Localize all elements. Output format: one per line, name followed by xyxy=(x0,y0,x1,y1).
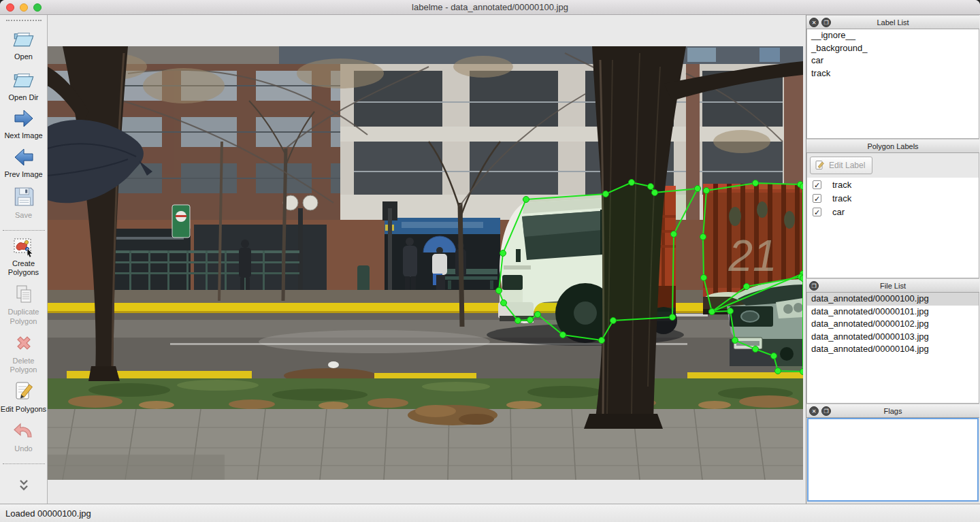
file-list-item[interactable]: data_annotated/00000104.jpg xyxy=(807,343,979,356)
annotation-vertex[interactable] xyxy=(728,308,734,314)
close-panel-icon[interactable]: ✕ xyxy=(809,18,819,27)
annotation-vertex[interactable] xyxy=(800,369,804,375)
polygon-label-text: track xyxy=(832,193,851,203)
delete-polygon-button[interactable]: Delete Polygon xyxy=(0,331,48,374)
annotation-vertex[interactable] xyxy=(603,191,609,197)
polygon-labels-list[interactable]: ✓ track ✓ track ✓ car xyxy=(806,178,979,278)
toolbar-item-label: Open Dir xyxy=(1,93,47,102)
float-panel-icon[interactable]: ❐ xyxy=(821,18,831,27)
label-list[interactable]: __ignore__ _background_ car track xyxy=(806,29,979,139)
annotation-vertex[interactable] xyxy=(496,288,502,294)
float-panel-icon[interactable]: ❐ xyxy=(821,406,831,416)
status-bar: Loaded 00000100.jpg xyxy=(0,504,980,522)
annotation-vertex[interactable] xyxy=(800,276,804,282)
label-list-item[interactable]: car xyxy=(807,54,979,67)
edit-label-button[interactable]: Edit Label xyxy=(810,157,872,174)
save-button[interactable]: Save xyxy=(0,184,48,220)
annotation-vertex[interactable] xyxy=(652,190,658,196)
annotation-vertex[interactable] xyxy=(800,184,804,190)
file-list-item[interactable]: data_annotated/00000100.jpg xyxy=(807,293,979,306)
annotation-vertex[interactable] xyxy=(501,300,507,306)
annotation-vertex[interactable] xyxy=(515,318,521,324)
annotation-vertex[interactable] xyxy=(753,346,759,353)
checkbox[interactable]: ✓ xyxy=(813,180,821,189)
annotation-vertex[interactable] xyxy=(709,309,715,315)
open-dir-button[interactable]: Open Dir xyxy=(0,66,48,102)
annotation-vertex[interactable] xyxy=(648,184,654,190)
annotated-photo[interactable]: 21 xyxy=(48,46,803,480)
panel-title: Label List xyxy=(877,18,909,27)
label-list-header: ✕ ❐ Label List xyxy=(806,15,979,29)
chevron-double-down-icon xyxy=(16,479,32,493)
polygon-labels-header: Polygon Labels xyxy=(806,139,979,153)
flags-list[interactable] xyxy=(807,418,979,502)
polygon-label-row[interactable]: ✓ track xyxy=(807,178,979,191)
red-x-icon xyxy=(12,331,36,355)
annotation-vertex[interactable] xyxy=(775,368,781,374)
annotation-vertex[interactable] xyxy=(753,180,759,186)
annotation-vertex[interactable] xyxy=(523,197,529,203)
annotation-canvas[interactable]: 21 xyxy=(48,15,806,504)
toolbar-item-label: Duplicate Polygon xyxy=(1,308,47,325)
toolbar-separator xyxy=(3,230,45,231)
float-panel-icon[interactable]: ❐ xyxy=(809,281,819,291)
panel-title: Flags xyxy=(884,407,902,415)
annotation-vertex[interactable] xyxy=(629,180,635,186)
annotation-vertex[interactable] xyxy=(527,317,534,323)
file-list[interactable]: data_annotated/00000100.jpg data_annotat… xyxy=(806,293,979,404)
zoom-window-button[interactable] xyxy=(33,3,42,12)
polygon-label-row[interactable]: ✓ car xyxy=(807,205,979,218)
annotation-vertex[interactable] xyxy=(701,275,707,281)
checkbox[interactable]: ✓ xyxy=(813,208,821,216)
annotation-vertex[interactable] xyxy=(670,314,676,321)
annotation-vertex[interactable] xyxy=(695,186,701,192)
panel-title: File List xyxy=(880,282,906,290)
annotation-vertex[interactable] xyxy=(671,231,677,238)
file-list-item[interactable]: data_annotated/00000103.jpg xyxy=(807,331,979,344)
create-polygon-icon xyxy=(12,236,35,258)
file-list-item[interactable]: data_annotated/00000102.jpg xyxy=(807,318,979,331)
prev-image-button[interactable]: Prev Image xyxy=(0,146,48,179)
annotation-vertex[interactable] xyxy=(744,284,750,290)
undo-button[interactable]: Undo xyxy=(0,419,48,453)
file-list-item[interactable]: data_annotated/00000101.jpg xyxy=(807,306,979,319)
toolbar: Open Open Dir Next Image xyxy=(0,15,48,504)
close-panel-icon[interactable]: ✕ xyxy=(809,406,819,416)
annotation-vertex[interactable] xyxy=(771,353,777,359)
annotation-vertex[interactable] xyxy=(704,188,710,194)
status-message: Loaded 00000100.jpg xyxy=(5,508,91,519)
polygon-label-row[interactable]: ✓ track xyxy=(807,191,979,205)
flags-header: ✕ ❐ Flags xyxy=(806,404,979,418)
toolbar-item-label: Undo xyxy=(1,444,47,453)
toolbar-drag-handle[interactable] xyxy=(6,20,42,21)
edit-polygons-button[interactable]: Edit Polygons xyxy=(0,379,48,414)
edit-label-button-label: Edit Label xyxy=(829,161,865,170)
label-list-item[interactable]: _background_ xyxy=(807,42,979,55)
label-list-item[interactable]: track xyxy=(807,67,979,80)
annotation-vertex[interactable] xyxy=(700,234,706,240)
polygon-label-text: car xyxy=(832,207,845,217)
polygon-label-text: track xyxy=(832,180,851,190)
annotation-vertex[interactable] xyxy=(500,250,506,257)
toolbar-overflow-button[interactable] xyxy=(16,479,32,495)
arrow-right-icon xyxy=(11,107,37,130)
pencil-page-icon xyxy=(815,160,826,171)
annotation-vertex[interactable] xyxy=(535,312,541,318)
close-window-button[interactable] xyxy=(6,3,14,12)
toolbar-separator xyxy=(3,463,45,464)
annotation-vertex[interactable] xyxy=(610,318,617,324)
annotation-vertex[interactable] xyxy=(599,338,605,344)
open-folder-icon xyxy=(11,66,37,92)
annotation-polygon-track[interactable] xyxy=(499,182,698,340)
annotation-vertex[interactable] xyxy=(732,338,738,344)
create-polygons-button[interactable]: Create Polygons xyxy=(0,236,48,277)
toolbar-item-label: Delete Polygon xyxy=(1,357,47,374)
minimize-window-button[interactable] xyxy=(20,3,28,12)
next-image-button[interactable]: Next Image xyxy=(0,107,48,140)
undo-arrow-icon xyxy=(11,419,37,443)
open-button[interactable]: Open xyxy=(0,25,48,61)
label-list-item[interactable]: __ignore__ xyxy=(807,29,979,42)
checkbox[interactable]: ✓ xyxy=(813,194,821,203)
duplicate-polygon-button[interactable]: Duplicate Polygon xyxy=(0,282,48,325)
annotation-vertex[interactable] xyxy=(560,332,566,338)
